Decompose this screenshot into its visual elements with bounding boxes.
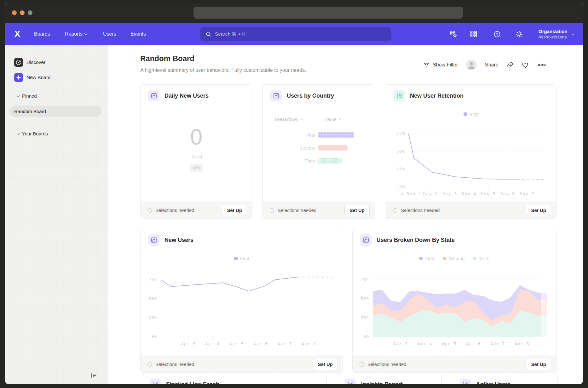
nav-item-boards[interactable]: Boards [34, 23, 50, 45]
country-bar-label: Second [263, 145, 315, 151]
mixpanel-logo[interactable]: X [14, 23, 20, 45]
svg-text:Apr 3: Apr 3 [393, 341, 408, 346]
copy-link-icon[interactable] [507, 61, 514, 68]
svg-text:Apr 7: Apr 7 [490, 341, 505, 346]
apps-grid-icon[interactable] [469, 30, 478, 38]
window-zoom-button[interactable] [28, 10, 32, 15]
app-body: Discover New Board Pinned Random Board [5, 45, 583, 384]
svg-text:75%: 75% [396, 131, 405, 136]
insights-chart-icon [360, 234, 372, 246]
svg-text:Apr 4: Apr 4 [418, 341, 432, 346]
svg-text:Apr 4: Apr 4 [205, 341, 220, 346]
retention-line-chart: 75%50%25%0%< Day 1Day 2Day 3Day 4Day 5Da… [391, 120, 551, 200]
settings-gear-icon[interactable] [515, 30, 523, 38]
window-close-button[interactable] [12, 10, 17, 15]
sidebar-footer [5, 367, 108, 384]
card-header: Active Users [452, 373, 557, 384]
legend-item: Third [473, 256, 489, 261]
card-users-by-country: Users by Country Breakdown▾ Value▾ First… [262, 84, 375, 219]
svg-text:< Day 1: < Day 1 [401, 191, 421, 196]
favorite-heart-icon[interactable] [522, 61, 529, 69]
state-stacked-area-chart: 75%50%25%0%Apr 3Apr 4Apr 5Apr 6Apr 7Apr … [356, 265, 552, 351]
legend-item: Second [443, 256, 465, 261]
card-new-user-retention: New User Retention First 75%50%25%0%< Da… [386, 84, 556, 219]
card-title: Daily New Users [164, 93, 209, 99]
nav-item-events[interactable]: Events [130, 23, 146, 45]
share-button[interactable]: Share [485, 62, 499, 68]
legend-swatch-icon [234, 257, 238, 260]
svg-text:Apr 5: Apr 5 [229, 341, 244, 346]
browser-address-bar[interactable] [193, 7, 463, 19]
legend-item: First [234, 256, 249, 261]
status-label: Selections needed [401, 208, 440, 213]
org-switcher[interactable]: Organization All Project Data [539, 23, 574, 45]
sidebar-item-new-board[interactable]: New Board [14, 73, 51, 82]
card-body: FirstSecondThird 75%50%25%0%Apr 3Apr 4Ap… [353, 251, 556, 356]
insights-chart-icon [148, 90, 159, 101]
legend-swatch-icon [464, 112, 467, 116]
legend-swatch-icon [419, 257, 423, 260]
svg-text:25%: 25% [396, 167, 405, 171]
plus-icon [14, 73, 23, 82]
legend-swatch-icon [473, 257, 476, 260]
metric-value: 0 [190, 126, 203, 148]
country-bar-row: First [263, 132, 375, 138]
card-header: Insights Report [337, 373, 441, 384]
country-bar-row: Second [263, 145, 375, 151]
value-dropdown[interactable]: Value▾ [325, 117, 341, 122]
metric-delta-badge: ↑0% [189, 164, 203, 172]
svg-text:50%: 50% [149, 296, 158, 301]
search-input[interactable]: Search ⌘ + K [200, 27, 391, 41]
set-up-button[interactable]: Set Up [313, 359, 338, 370]
country-bar [318, 145, 348, 151]
card-users-by-state: Users Broken Down By State FirstSecondTh… [352, 229, 556, 373]
svg-text:Apr 3: Apr 3 [181, 341, 196, 346]
set-up-button[interactable]: Set Up [222, 205, 247, 216]
svg-text:Day 4: Day 4 [462, 191, 476, 196]
sidebar-section-your-boards[interactable]: Your Boards [17, 131, 48, 136]
set-up-button[interactable]: Set Up [526, 359, 551, 370]
nav-item-users[interactable]: Users [103, 23, 116, 45]
set-up-button[interactable]: Set Up [344, 205, 370, 216]
retention-grid-icon [394, 90, 405, 101]
country-bar [318, 158, 343, 163]
avatar[interactable] [466, 60, 477, 70]
sidebar-section-pinned[interactable]: Pinned [17, 93, 37, 99]
card-header: Users by Country [263, 85, 375, 107]
more-options-icon[interactable] [537, 63, 546, 66]
legend-item: First [419, 256, 434, 261]
country-bar-label: First [263, 132, 315, 138]
board-actions: Show Filter Share [423, 59, 546, 71]
sidebar-item-random-board[interactable]: Random Board [9, 106, 101, 117]
page-subtitle: A high-level summary of user behaviors. … [140, 67, 306, 73]
show-filter-button[interactable]: Show Filter [423, 62, 458, 68]
svg-text:Apr 6: Apr 6 [253, 341, 268, 346]
chevron-down-icon [571, 32, 574, 35]
card-header: Stacked Line Graph [142, 373, 326, 384]
insights-chart-icon [345, 379, 356, 384]
status-label: Selections needed [367, 362, 406, 367]
data-management-icon[interactable] [449, 30, 458, 38]
card-header: New User Retention [386, 85, 556, 107]
window-minimize-button[interactable] [20, 10, 25, 15]
card-title: Active Users [476, 381, 510, 385]
insights-chart-icon [270, 90, 282, 101]
chevron-down-icon [17, 94, 20, 97]
set-up-button[interactable]: Set Up [526, 205, 551, 216]
help-icon[interactable]: ? [493, 30, 501, 38]
nav-item-reports[interactable]: Reports [65, 23, 87, 45]
svg-text:75%: 75% [149, 277, 158, 282]
card-header: Daily New Users [141, 85, 252, 107]
card-stacked-line-graph: Stacked Line Graph [142, 373, 327, 384]
svg-text:Day 7: Day 7 [520, 191, 534, 196]
svg-text:25%: 25% [149, 315, 158, 320]
collapse-sidebar-icon[interactable] [89, 372, 98, 380]
legend-swatch-icon [443, 257, 446, 260]
svg-text:25%: 25% [361, 315, 370, 320]
sidebar-item-discover[interactable]: Discover [14, 58, 45, 67]
org-project: All Project Data [539, 35, 568, 39]
breakdown-dropdown[interactable]: Breakdown▾ [275, 117, 303, 122]
app-window: X Boards Reports Users Events Search ⌘ +… [5, 3, 583, 384]
card-body: First 75%50%25%0%Apr 3Apr 4Apr 5Apr 6Apr… [141, 251, 343, 356]
status-label: Selections needed [278, 208, 316, 213]
